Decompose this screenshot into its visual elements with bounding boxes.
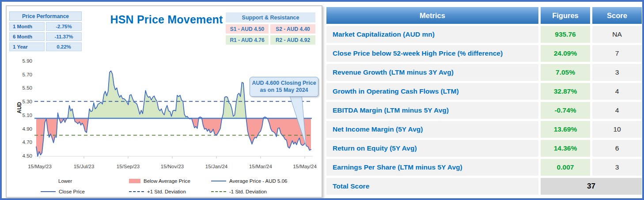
resistance-2-cell: R2 - AUD 4.92	[270, 35, 315, 45]
table-header-row: Metrics Figures Score	[326, 7, 642, 24]
period-label: 6 Month	[9, 32, 45, 41]
x-axis-tick: 15/May/24	[286, 164, 323, 169]
resistance-1-cell: R1 - AUD 4.76	[226, 35, 269, 45]
y-axis-tick: 5.50	[16, 85, 32, 91]
period-value: -11.37%	[46, 32, 82, 41]
metric-label: Earnings Per Share (LTM minus 5Y Avg)	[326, 159, 538, 176]
support-1-cell: S1 - AUD 4.50	[226, 24, 269, 34]
legend-label: +1 Std. Deviation	[147, 189, 186, 194]
figure-value: 24.09%	[541, 45, 590, 62]
period-value: 0.22%	[46, 42, 82, 51]
green-dashed-legend-marker	[211, 191, 226, 192]
figure-value: 32.87%	[541, 83, 590, 100]
table-row: Net Income Margin (5Y Avg)13.69%10	[326, 121, 642, 138]
legend-item: -1 Std. Deviation	[211, 188, 267, 195]
figure-value: 935.76	[541, 26, 590, 43]
chart-title: HSN Price Movement	[100, 13, 233, 26]
figure-value: 13.69%	[541, 121, 590, 138]
period-value: -2.75%	[46, 22, 82, 31]
price-line-chart	[33, 59, 317, 162]
metric-label: Market Capitalization (AUD mn)	[326, 26, 538, 43]
period-label: 1 Month	[9, 22, 45, 31]
metric-label: Return on Equity (5Y Avg)	[326, 140, 538, 157]
score-value: 4	[592, 102, 642, 119]
blue-line-legend-marker	[211, 181, 226, 181]
table-row: EBITDA Margin (LTM minus 5Y Avg)-0.74%4	[326, 102, 642, 119]
legend-item: +1 Std. Deviation	[129, 188, 186, 195]
y-axis-tick: 5.10	[16, 113, 32, 118]
legend-item: Below Average Price	[129, 177, 190, 185]
score-value: 7	[592, 45, 642, 62]
score-value: 10	[592, 121, 642, 138]
x-axis-tick: 15/Jul/23	[65, 164, 102, 169]
dashboard: { "panel": { "title": "HSN Price Movemen…	[0, 0, 644, 200]
metric-label: Revenue Growth (LTM minus 3Y Avg)	[326, 64, 538, 81]
x-axis-tick: 15/Jan/24	[198, 164, 235, 169]
legend-label: Lower	[58, 178, 72, 184]
blue-dashed-legend-marker	[129, 191, 144, 192]
legend-label: -1 Std. Deviation	[229, 189, 267, 194]
x-axis-tick: 15/Sep/23	[110, 164, 147, 169]
price-performance-header: Price Performance	[9, 11, 82, 21]
figure-value: 14.36%	[541, 140, 590, 157]
x-axis-tick: 15/Mar/24	[242, 164, 279, 169]
legend-label: Average Price - AUD 5.06	[229, 178, 287, 184]
y-axis-tick: 4.50	[16, 153, 32, 158]
price-performance-table: Price Performance 1 Month -2.75% 6 Month…	[9, 11, 82, 53]
legend-item: Close Price	[41, 188, 85, 195]
period-label: 1 Year	[9, 42, 45, 51]
annotation-line2: as on 15 May 2024	[260, 87, 308, 93]
figure-value: 0.007	[541, 159, 590, 176]
table-row: Market Capitalization (AUD mn)935.76NA	[326, 26, 642, 43]
header-figures: Figures	[541, 7, 590, 24]
support-2-cell: S2 - AUD 4.40	[270, 24, 315, 34]
score-value: 6	[592, 140, 642, 157]
y-axis-tick: 5.70	[16, 72, 32, 77]
metric-label: Close Price below 52-week High Price (% …	[326, 45, 538, 62]
table-row: Return on Equity (5Y Avg)14.36%6	[326, 140, 642, 157]
blue-line-legend-marker	[41, 191, 56, 192]
table-row: Growth in Operating Cash Flows (LTM)32.8…	[326, 83, 642, 100]
metric-label: EBITDA Margin (LTM minus 5Y Avg)	[326, 102, 538, 119]
x-axis-tick: 15/Nov/23	[154, 164, 191, 169]
header-score: Score	[592, 7, 642, 24]
table-row: Earnings Per Share (LTM minus 5Y Avg)0.0…	[326, 159, 642, 176]
support-resistance-header: Support & Resistance	[226, 12, 315, 23]
legend-item: Lower	[58, 177, 72, 185]
x-axis-tick: 15/May/23	[21, 164, 58, 169]
price-performance-row: 1 Year 0.22%	[9, 42, 82, 51]
legend-label: Close Price	[59, 189, 85, 194]
closing-price-annotation: AUD 4.600 Closing Price as on 15 May 202…	[250, 77, 318, 97]
score-value: 3	[592, 159, 642, 176]
y-axis-tick: 5.90	[16, 58, 32, 64]
table-row: Revenue Growth (LTM minus 3Y Avg)7.05%3	[326, 64, 642, 81]
total-score-value: 37	[541, 178, 642, 195]
total-score-label: Total Score	[326, 178, 538, 195]
header-metrics: Metrics	[326, 7, 538, 24]
metric-label: Net Income Margin (5Y Avg)	[326, 121, 538, 138]
total-score-row: Total Score 37	[326, 178, 642, 195]
score-value: 4	[592, 83, 642, 100]
figure-value: -0.74%	[541, 102, 590, 119]
y-axis-tick: 4.70	[16, 140, 32, 145]
metric-label: Growth in Operating Cash Flows (LTM)	[326, 83, 538, 100]
annotation-line1: AUD 4.600 Closing Price	[252, 80, 316, 86]
legend-label: Below Average Price	[144, 178, 190, 184]
table-row: Close Price below 52-week High Price (% …	[326, 45, 642, 62]
metrics-score-table: Metrics Figures Score Market Capitalizat…	[326, 7, 642, 197]
score-value: 3	[592, 64, 642, 81]
legend-item: Average Price - AUD 5.06	[211, 177, 287, 185]
y-axis-tick: 4.90	[16, 126, 32, 132]
price-performance-row: 6 Month -11.37%	[9, 32, 82, 41]
price-performance-row: 1 Month -2.75%	[9, 22, 82, 31]
price-chart-panel: Price Performance 1 Month -2.75% 6 Month…	[6, 5, 322, 198]
support-resistance-table: Support & Resistance S1 - AUD 4.50 S2 - …	[226, 12, 315, 45]
y-axis-tick: 5.30	[16, 99, 32, 104]
figure-value: 7.05%	[541, 64, 590, 81]
pink-swatch-legend-marker	[129, 179, 140, 183]
score-value: NA	[592, 26, 642, 43]
